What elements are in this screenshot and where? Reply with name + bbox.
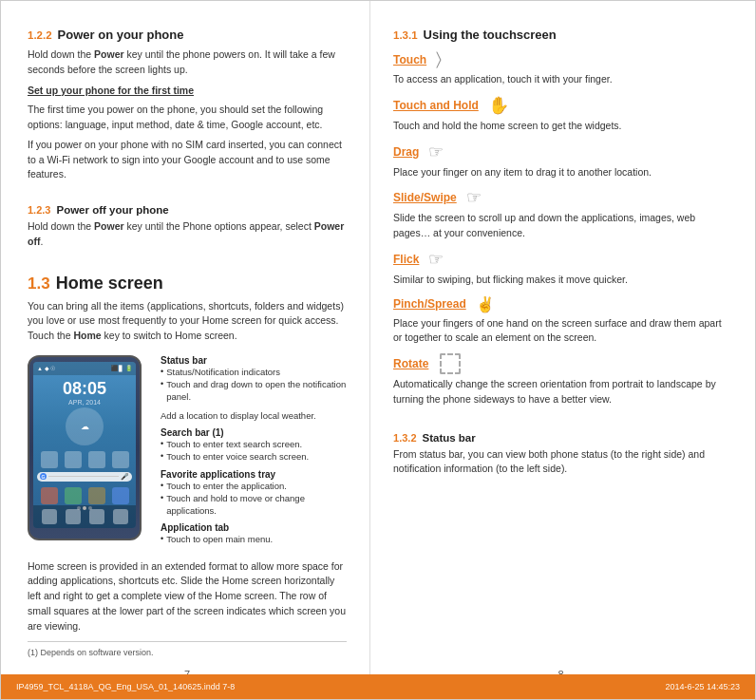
phone-sms-icon: [66, 509, 81, 524]
phone-icons-row-1: [33, 451, 136, 468]
phone-mockup: ▲ ◆ ☉ ⬛ ▊ 🔋 08:05 APR, 2014 ☁: [28, 355, 142, 540]
section-num-1-3-1: 1.3.1: [393, 29, 418, 41]
bullet-2: •: [161, 379, 163, 388]
phone-date: APR, 2014: [33, 399, 136, 406]
callout-search-bar: Search bar (1) • Touch to enter text sea…: [161, 427, 347, 464]
section-1-3: 1.3 Home screen You can bring all the it…: [28, 274, 347, 639]
section-heading-1-3-2: 1.3.2 Status bar: [393, 432, 728, 444]
bullet-7: •: [161, 534, 163, 543]
right-page: 1.3.1 Using the touchscreen Touch 〉 To a…: [370, 1, 755, 699]
bullet-1: •: [161, 367, 163, 376]
drag-desc: Place your finger on any item to drag it…: [393, 165, 728, 180]
pinch-spread-heading: Pinch/Spread ✌: [393, 295, 728, 313]
pinch-spread-label: Pinch/Spread: [393, 297, 466, 311]
flick-label: Flick: [393, 253, 419, 266]
rotate-icon: [440, 353, 461, 374]
pinch-icon: ✌: [476, 295, 495, 313]
callout-app-tab-title: Application tab: [161, 522, 347, 533]
drag-icon: ☞: [428, 142, 444, 162]
flick-icon: ☞: [428, 249, 444, 270]
s1-3-body1: You can bring all the items (application…: [28, 299, 347, 344]
phone-icon-4: [112, 451, 129, 468]
phone-time: 08:05: [33, 379, 136, 399]
callout-fav-item2: • Touch and hold to move or change appli…: [161, 492, 347, 518]
callout-status-bar-item1: • Status/Notification indicators: [161, 366, 347, 378]
left-page: 1.2.2 Power on your phone Hold down the …: [1, 1, 370, 699]
touch-hand-icon: 〉: [436, 49, 442, 69]
slide-icon: ☞: [466, 187, 482, 208]
section-1-3-1: 1.3.1 Using the touchscreen Touch 〉 To a…: [393, 28, 728, 415]
s1-3-body2: Home screen is provided in an extended f…: [28, 559, 347, 634]
phone-icon-3: [88, 451, 105, 468]
slide-swipe-heading: Slide/Swipe ☞: [393, 187, 728, 208]
touch-hold-label: Touch and Hold: [393, 99, 479, 112]
callout-search-text-1: Touch to enter text search screen.: [166, 438, 302, 450]
callout-status-text-2: Touch and drag down to open the notifica…: [166, 378, 347, 404]
rotate-desc: Automatically change the screen orientat…: [393, 377, 728, 407]
s1-2-2-body2: The first time you power on the phone, y…: [28, 103, 347, 133]
search-divider: [48, 476, 119, 477]
bullet-4: •: [161, 451, 163, 461]
touch-label: Touch: [393, 53, 426, 66]
phone-weather-area: ☁: [33, 407, 136, 445]
section-heading-1-3: 1.3 Home screen: [28, 274, 347, 293]
phone-icon-2: [65, 451, 82, 468]
footer-date: 2014-6-25 14:45:23: [665, 682, 740, 691]
callout-search-item1: • Touch to enter text search screen.: [161, 438, 347, 450]
callout-fav-text-2: Touch and hold to move or change applica…: [166, 492, 347, 518]
section-1-2-2: 1.2.2 Power on your phone Hold down the …: [28, 28, 347, 187]
callout-app-text-1: Touch to open main menu.: [166, 533, 273, 545]
flick-heading: Flick ☞: [393, 249, 728, 270]
s1-3-2-body1: From status bar, you can view both phone…: [393, 447, 728, 478]
phone-icon-7: [88, 487, 105, 504]
callout-fav-tray: Favorite applications tray • Touch to en…: [161, 469, 347, 518]
phone-icon-6: [65, 487, 82, 504]
callout-status-bar-title: Status bar: [161, 355, 347, 366]
section-heading-1-2-3: 1.2.3 Power off your phone: [28, 204, 347, 216]
callout-weather-text: Add a location to display local weather.: [161, 409, 347, 422]
callout-fav-text-1: Touch to enter the application.: [166, 480, 287, 492]
touch-section: Touch 〉 To access an application, touch …: [393, 49, 728, 87]
callout-fav-item1: • Touch to enter the application.: [161, 480, 347, 492]
phone-weather-circle: ☁: [66, 407, 104, 445]
phone-screen: ▲ ◆ ☉ ⬛ ▊ 🔋 08:05 APR, 2014 ☁: [33, 362, 136, 528]
section-num-1-3-2: 1.3.2: [393, 432, 416, 444]
section-title-1-3: Home screen: [56, 274, 163, 293]
section-title-1-3-2: Status bar: [423, 432, 476, 444]
section-title-1-2-3: Power off your phone: [56, 204, 168, 216]
phone-browser-icon: [89, 509, 104, 524]
slide-swipe-desc: Slide the screen to scroll up and down t…: [393, 211, 728, 241]
callout-status-bar-item2: • Touch and drag down to open the notifi…: [161, 378, 347, 404]
callout-search-item2: • Touch to enter voice search screen.: [161, 450, 347, 463]
callout-search-text-2: Touch to enter voice search screen.: [166, 450, 309, 463]
flick-desc: Similar to swiping, but flicking makes i…: [393, 273, 728, 288]
slide-swipe-label: Slide/Swipe: [393, 191, 457, 204]
rotate-heading: Rotate: [393, 353, 728, 374]
callout-status-bar: Status bar • Status/Notification indicat…: [161, 355, 347, 404]
s1-2-2-subheading: Set up your phone for the first time: [28, 84, 347, 99]
touch-hold-desc: Touch and hold the home screen to get th…: [393, 119, 728, 134]
phone-status-right: ⬛ ▊ 🔋: [111, 365, 132, 371]
section-num-1-2-3: 1.2.3: [28, 204, 50, 216]
section-1-2-3: 1.2.3 Power off your phone Hold down the…: [28, 195, 347, 255]
phone-status-bar: ▲ ◆ ☉ ⬛ ▊ 🔋: [33, 362, 136, 375]
pinch-spread-section: Pinch/Spread ✌ Place your fingers of one…: [393, 295, 728, 347]
search-mic-icon: 🎤: [121, 473, 129, 481]
google-icon: G: [40, 473, 47, 480]
s1-2-2-body1: Hold down the Power key until the phone …: [28, 47, 347, 78]
page-container: 1.2.2 Power on your phone Hold down the …: [0, 0, 756, 700]
footnote-text: (1) Depends on software version.: [28, 648, 154, 657]
callout-app-item1: • Touch to open main menu.: [161, 533, 347, 545]
bullet-3: •: [161, 439, 163, 448]
phone-search-bar: G 🎤: [37, 472, 132, 482]
callout-app-tab: Application tab • Touch to open main men…: [161, 522, 347, 545]
bullet-5: •: [161, 481, 163, 490]
phone-camera-icon: [113, 509, 128, 524]
phone-icons-row-2: [33, 487, 136, 504]
s1-2-2-body3: If you power on your phone with no SIM c…: [28, 138, 347, 182]
touch-hold-heading: Touch and Hold ✋: [393, 95, 728, 116]
callout-status-text-1: Status/Notification indicators: [166, 366, 280, 378]
left-footnote: (1) Depends on software version.: [28, 641, 347, 657]
phone-icon-8: [112, 487, 129, 504]
touch-desc: To access an application, touch it with …: [393, 72, 728, 87]
